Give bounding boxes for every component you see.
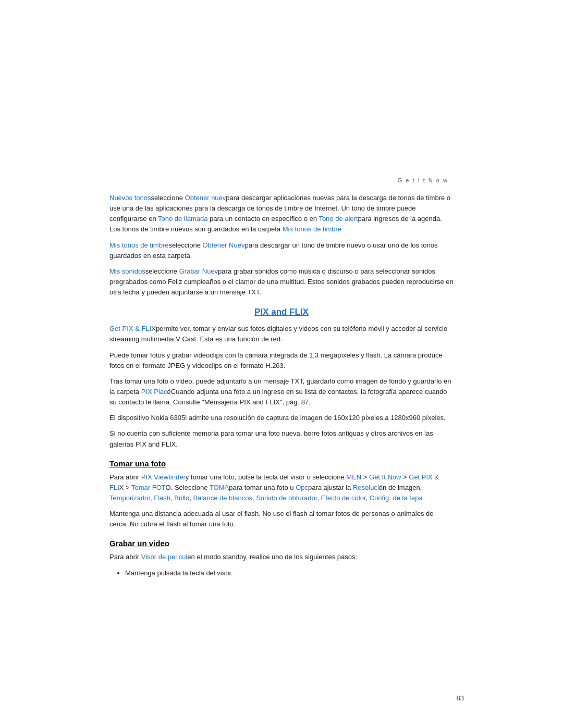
text-pix-adj-2: é bbox=[167, 388, 171, 396]
link-mis-sonidos[interactable]: Mis sonidos bbox=[109, 267, 145, 275]
paragraph-pix-resolucion: El dispositivo Nokia 6305i admite una re… bbox=[109, 413, 454, 423]
link-get-pix-fli[interactable]: Get PIX & FLI bbox=[109, 325, 151, 332]
link-mis-tonos-timbre-2[interactable]: Mis tonos de timbre bbox=[109, 241, 168, 249]
paragraph-grabar-intro: Para abrir Visor de pel culen el modo st… bbox=[109, 552, 454, 562]
link-visor-pel-cul[interactable]: Visor de pel cul bbox=[141, 553, 188, 561]
paragraph-pix-adjuntar: Tras tomar una foto o video, puede adjun… bbox=[109, 376, 454, 408]
paragraph-pix-memoria: Si no cuenta con suficiente memoria para… bbox=[109, 428, 454, 449]
paragraph-nuevos-tonos: Nuevos tonosseleccione Obtener nuevpara … bbox=[109, 193, 454, 235]
text-pix-camera: Puede tomar fotos y grabar videoclips co… bbox=[109, 351, 443, 369]
link-nuevos-tonos[interactable]: Nuevos tonos bbox=[109, 194, 151, 202]
link-toma[interactable]: TOMA bbox=[210, 484, 229, 491]
text-tomar-5: X > bbox=[119, 484, 131, 491]
header-label: G e t I t N o w bbox=[109, 177, 448, 183]
text-tomar-15: , bbox=[317, 494, 321, 502]
page-container: G e t I t N o w Nuevos tonosseleccione O… bbox=[0, 0, 563, 728]
link-get-it-now[interactable]: Get It Now bbox=[369, 473, 401, 481]
page-number: 83 bbox=[457, 694, 464, 702]
subsection-title-tomar: Tomar una foto bbox=[109, 459, 454, 468]
link-temporizador[interactable]: Temporizador bbox=[109, 494, 150, 502]
link-mis-tonos-timbre-1[interactable]: Mis tonos de timbre bbox=[283, 225, 341, 233]
text-pix-res: El dispositivo Nokia 6305i admite una re… bbox=[109, 414, 446, 422]
bullet-item-1: Mantenga pulsada la tecla del visor. bbox=[125, 568, 454, 578]
text-tomar-flash: Mantenga una distancia adecuada al usar … bbox=[109, 510, 434, 528]
link-flash[interactable]: Flash bbox=[154, 494, 170, 502]
section-title-pix-flix: PIX and FLIX bbox=[109, 307, 454, 317]
text-1a: seleccione bbox=[151, 194, 185, 202]
subsection-title-grabar: Grabar un video bbox=[109, 539, 454, 548]
link-tomar-fot[interactable]: Tomar FOT bbox=[131, 484, 166, 491]
link-resolucion[interactable]: Resoluci bbox=[353, 484, 379, 491]
paragraph-pix-camera: Puede tomar fotos y grabar videoclips co… bbox=[109, 350, 454, 371]
paragraph-mis-sonidos: Mis sonidosseleccione Grabar Nuevpara gr… bbox=[109, 266, 454, 298]
text-2a: seleccione bbox=[168, 241, 202, 249]
grabar-bullet-list: Mantenga pulsada la tecla del visor. bbox=[125, 568, 454, 578]
link-grabar-nuev[interactable]: Grabar Nuev bbox=[179, 267, 218, 275]
text-grabar-2: en el modo standby, realice uno de los s… bbox=[187, 553, 357, 561]
link-men[interactable]: MEN bbox=[346, 473, 361, 481]
text-tomar-10: n de imagen, bbox=[383, 484, 422, 491]
text-tomar-6: O. Seleccione bbox=[166, 484, 210, 491]
link-opc[interactable]: Opc bbox=[296, 484, 308, 491]
content-area: G e t I t N o w Nuevos tonosseleccione O… bbox=[99, 0, 464, 622]
text-3a: seleccione bbox=[145, 267, 179, 275]
text-tomar-3: > bbox=[361, 473, 369, 481]
link-efecto-color[interactable]: Efecto de color bbox=[321, 494, 366, 502]
text-pix-x: X bbox=[151, 325, 156, 332]
text-tomar-2: y tomar una foto, pulse la tecla del vis… bbox=[186, 473, 347, 481]
link-config-tapa[interactable]: Config. de la tapa bbox=[370, 494, 423, 502]
link-sonido-obturador[interactable]: Sonido de obturador bbox=[256, 494, 317, 502]
text-tomar-16: , bbox=[366, 494, 370, 502]
text-tomar-7: para tomar una foto u bbox=[229, 484, 296, 491]
link-balance-blancos[interactable]: Balance de blancos bbox=[193, 494, 252, 502]
link-brillo[interactable]: Brillo bbox=[174, 494, 189, 502]
text-pix-intro: permite ver, tomar y enviar sus fotos di… bbox=[109, 325, 447, 343]
link-obtener-nuev-1[interactable]: Obtener nuev bbox=[185, 194, 226, 202]
link-pix-place[interactable]: PIX Plac bbox=[141, 388, 167, 396]
link-obtener-nuev-2[interactable]: Obtener Nuev bbox=[202, 241, 244, 249]
text-tomar-1: Para abrir bbox=[109, 473, 141, 481]
text-grabar-1: Para abrir bbox=[109, 553, 141, 561]
link-tono-llamada[interactable]: Tono de llamada bbox=[158, 215, 207, 223]
text-tomar-9: ó bbox=[379, 484, 383, 491]
paragraph-tomar-flash-warning: Mantenga una distancia adecuada al usar … bbox=[109, 509, 454, 529]
link-pix-viewfinder[interactable]: PIX Viewfinder bbox=[141, 473, 186, 481]
bullet-text-1: Mantenga pulsada la tecla del visor. bbox=[125, 569, 233, 577]
paragraph-get-pix-intro: Get PIX & FLIXpermite ver, tomar y envia… bbox=[109, 324, 454, 344]
text-1c: para un contacto en específico o en bbox=[207, 215, 319, 223]
text-tomar-4: > bbox=[401, 473, 409, 481]
link-tono-alerta[interactable]: Tono de alert bbox=[319, 215, 358, 223]
paragraph-tomar-intro: Para abrir PIX Viewfindery tomar una fot… bbox=[109, 472, 454, 503]
text-pix-mem: Si no cuenta con suficiente memoria para… bbox=[109, 429, 433, 448]
paragraph-mis-tonos: Mis tonos de timbreseleccione Obtener Nu… bbox=[109, 240, 454, 261]
text-tomar-8: para ajustar la bbox=[308, 484, 353, 491]
